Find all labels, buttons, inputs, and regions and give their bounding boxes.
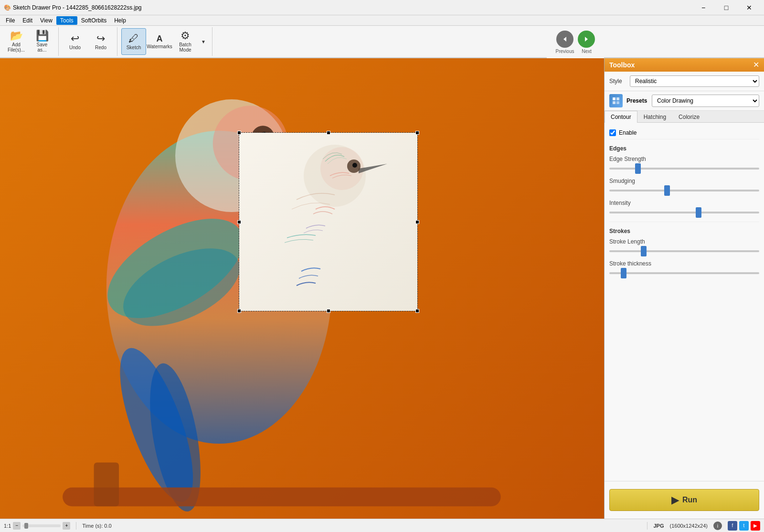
tab-hatching[interactable]: Hatching (637, 111, 672, 123)
menu-view[interactable]: View (36, 16, 56, 25)
undo-button[interactable]: ↩ Undo (63, 28, 87, 55)
facebook-button[interactable]: f (728, 521, 737, 531)
maximize-button[interactable]: □ (715, 0, 737, 15)
toolbox-header: Toolbox ✕ (605, 58, 764, 72)
style-row: Style Realistic Simple Complex (605, 72, 764, 91)
window-controls: − □ ✕ (692, 0, 760, 15)
presets-icon (609, 94, 623, 107)
save-label: Saveas... (37, 42, 48, 53)
save-icon: 💾 (36, 31, 49, 41)
status-dimensions: (1600x1242x24) (669, 523, 708, 529)
youtube-button[interactable]: ▶ (751, 521, 760, 531)
enable-checkbox[interactable] (609, 129, 616, 136)
batch-mode-icon: ⚙ (180, 31, 190, 41)
statusbar: 1:1 − + Time (s): 0.0 JPG (1600x1242x24)… (0, 519, 764, 532)
style-select[interactable]: Realistic Simple Complex (630, 75, 759, 87)
app-icon: 🎨 (4, 4, 11, 11)
intensity-slider[interactable] (609, 212, 759, 213)
presets-label: Presets (626, 97, 648, 104)
toolbox-title: Toolbox (609, 61, 635, 69)
edge-strength-group: Edge Strength (609, 156, 759, 171)
canvas-area[interactable] (0, 58, 604, 519)
watermarks-button[interactable]: A Watermarks (147, 28, 172, 55)
stroke-length-slider[interactable] (609, 250, 759, 252)
svg-point-19 (352, 163, 357, 168)
redo-label: Redo (95, 45, 106, 50)
stroke-thickness-slider[interactable] (609, 272, 759, 274)
menu-help[interactable]: Help (110, 16, 130, 25)
toolbox-panel: Toolbox ✕ Style Realistic Simple Complex… (604, 58, 764, 519)
run-area: ▶ Run (605, 481, 764, 519)
previous-label: Previous (556, 49, 574, 54)
menubar: File Edit View Tools SoftOrbits Help (0, 15, 764, 26)
more-button[interactable]: ▼ (199, 28, 208, 55)
tab-colorize[interactable]: Colorize (672, 111, 706, 123)
batch-mode-button[interactable]: ⚙ BatchMode (173, 28, 198, 55)
svg-rect-23 (616, 101, 619, 104)
stroke-length-label: Stroke Length (609, 238, 759, 245)
zoom-in-button[interactable]: + (63, 522, 70, 530)
menu-softorbits[interactable]: SoftOrbits (77, 16, 110, 25)
app-title: Sketch Drawer Pro - 1442285_80661628222s… (13, 4, 692, 11)
tab-content-contour: Enable Edges Edge Strength Smudging Inte… (605, 123, 764, 306)
strokes-section: Strokes Stroke Length Stroke thickness (609, 222, 759, 276)
edge-strength-label: Edge Strength (609, 156, 759, 162)
menu-tools[interactable]: Tools (56, 16, 77, 25)
stroke-length-group: Stroke Length (609, 238, 759, 254)
zoom-out-button[interactable]: − (13, 522, 21, 530)
watermarks-label: Watermarks (147, 44, 172, 49)
run-button[interactable]: ▶ Run (609, 489, 759, 511)
next-nav-group: Next (578, 31, 595, 54)
style-label: Style (609, 78, 626, 85)
presets-select[interactable]: Color Drawing Pencil Sketch Charcoal Wat… (652, 95, 759, 107)
save-as-button[interactable]: 💾 Saveas... (30, 28, 54, 55)
add-files-icon: 📂 (10, 31, 23, 41)
toolbox-spacer (605, 306, 764, 481)
sketch-preview (239, 133, 417, 311)
menu-file[interactable]: File (2, 16, 19, 25)
status-format: JPG (653, 523, 664, 529)
zoom-label: 1:1 (4, 523, 11, 529)
sketch-label: Sketch (127, 45, 141, 50)
add-files-button[interactable]: 📂 AddFile(s)... (4, 28, 29, 55)
status-time: Time (s): 0.0 (82, 523, 641, 529)
svg-rect-22 (613, 101, 615, 104)
svg-marker-1 (585, 37, 588, 42)
strokes-section-header: Strokes (609, 226, 759, 238)
svg-marker-0 (563, 37, 566, 42)
next-button[interactable] (578, 31, 595, 48)
toolbar-file-group: 📂 AddFile(s)... 💾 Saveas... (4, 27, 59, 56)
menu-edit[interactable]: Edit (19, 16, 36, 25)
toolbox-close-button[interactable]: ✕ (753, 61, 759, 69)
run-icon: ▶ (671, 494, 679, 506)
close-button[interactable]: ✕ (738, 0, 760, 15)
redo-icon: ↪ (96, 33, 105, 44)
smudging-label: Smudging (609, 178, 759, 184)
svg-rect-20 (613, 97, 615, 100)
zoom-controls: 1:1 − + (4, 522, 70, 530)
stroke-thickness-label: Stroke thickness (609, 260, 759, 267)
batch-mode-label: BatchMode (179, 42, 191, 53)
social-buttons: f t ▶ (728, 521, 760, 531)
next-icon (583, 36, 590, 43)
toolbar-tools-group: 🖊 Sketch A Watermarks ⚙ BatchMode ▼ (121, 27, 212, 56)
previous-button[interactable] (556, 31, 573, 48)
minimize-button[interactable]: − (692, 0, 714, 15)
enable-label: Enable (619, 129, 637, 136)
zoom-thumb[interactable] (24, 523, 28, 529)
twitter-button[interactable]: t (739, 521, 749, 531)
tab-contour[interactable]: Contour (605, 111, 637, 123)
info-button[interactable]: i (713, 521, 722, 530)
sketch-button[interactable]: 🖊 Sketch (121, 28, 146, 55)
next-label: Next (582, 49, 592, 54)
main-area: Toolbox ✕ Style Realistic Simple Complex… (0, 58, 764, 519)
smudging-slider[interactable] (609, 190, 759, 192)
titlebar: 🎨 Sketch Drawer Pro - 1442285_8066162822… (0, 0, 764, 15)
edge-strength-slider[interactable] (609, 168, 759, 170)
redo-button[interactable]: ↪ Redo (88, 28, 113, 55)
svg-rect-21 (616, 97, 619, 100)
add-files-label: AddFile(s)... (8, 42, 25, 53)
tabs: Contour Hatching Colorize (605, 111, 764, 123)
intensity-group: Intensity (609, 200, 759, 215)
previous-icon (562, 36, 568, 43)
